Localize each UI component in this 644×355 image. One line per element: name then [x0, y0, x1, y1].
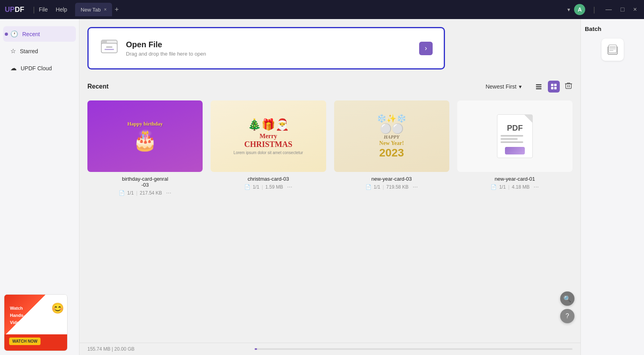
- file-name-birthday: birthday-card-genral-03: [87, 176, 203, 188]
- ad-smiley-icon: 😊: [51, 302, 64, 314]
- sort-dropdown[interactable]: Newest First ▾: [485, 83, 522, 90]
- tab-new[interactable]: New Tab ×: [75, 3, 112, 16]
- file-thumbnail-pdf: PDF: [457, 100, 572, 172]
- snowflakes-icon: ❄️✨❄️: [377, 114, 406, 123]
- file-size-newyear03: 719.58 KB: [386, 184, 408, 190]
- file-pages-christmas: 1/1: [253, 184, 259, 190]
- open-file-text: Open File Drag and drop the file here to…: [126, 40, 206, 57]
- svg-rect-4: [104, 49, 114, 50]
- ad-watch-button[interactable]: WATCH NOW: [9, 338, 41, 345]
- file-size-christmas: 1.59 MB: [265, 184, 283, 190]
- file-size-newyear01: 4.18 MB: [512, 184, 530, 190]
- ornaments-icon: 🎄🎁🎅: [234, 118, 303, 131]
- open-file-title: Open File: [126, 40, 206, 49]
- dropdown-icon[interactable]: ▾: [567, 6, 570, 13]
- file-thumbnail-birthday: Happy birthday 🎂: [87, 100, 203, 172]
- titlebar: UPDF | File Help New Tab × + ▾ A | — □ ×: [0, 0, 644, 19]
- recent-icon: 🕐: [10, 30, 18, 38]
- main-layout: 🕐 Recent ☆ Starred ☁ UPDF Cloud Watch Ha…: [0, 19, 644, 355]
- help-float-button[interactable]: ?: [560, 309, 574, 323]
- svg-rect-1: [101, 43, 117, 53]
- sidebar-item-updf-cloud[interactable]: ☁ UPDF Cloud: [3, 60, 76, 76]
- menu-help[interactable]: Help: [56, 6, 67, 13]
- file-card-newyear03[interactable]: ❄️✨❄️ ⚪⚪ HAPPY New Year! 2023 new-year-c…: [334, 100, 449, 197]
- titlebar-right: ▾ A | — □ ×: [567, 4, 639, 15]
- file-thumbnail-newyear03: ❄️✨❄️ ⚪⚪ HAPPY New Year! 2023: [334, 100, 449, 172]
- file-card-christmas[interactable]: 🎄🎁🎅 Merry CHRISTMAS Lorem ipsum dolor si…: [211, 100, 326, 197]
- svg-rect-11: [554, 87, 557, 89]
- sidebar-item-starred[interactable]: ☆ Starred: [3, 43, 76, 59]
- file-name-newyear01: new-year-card-01: [457, 176, 572, 182]
- search-float-button[interactable]: 🔍: [560, 291, 574, 306]
- file-page-icon-2: 📄: [244, 184, 250, 190]
- newyear-text: New Year!: [377, 140, 406, 147]
- list-view-button[interactable]: [533, 81, 545, 93]
- add-tab-button[interactable]: +: [114, 6, 119, 13]
- file-meta-newyear03: 📄 1/1 | 719.58 KB ···: [334, 183, 449, 191]
- file-page-icon-4: 📄: [491, 184, 497, 190]
- file-card-birthday[interactable]: Happy birthday 🎂 birthday-card-genral-03…: [87, 100, 203, 197]
- cloud-icon: ☁: [10, 64, 17, 72]
- avatar[interactable]: A: [574, 4, 585, 15]
- ad-text-line3: Video on YT: [8, 318, 37, 325]
- file-meta-birthday: 📄 1/1 | 217.54 KB ···: [87, 189, 203, 197]
- file-name-christmas: christmas-card-03: [211, 176, 326, 182]
- view-controls: [533, 81, 572, 93]
- file-thumbnail-christmas: 🎄🎁🎅 Merry CHRISTMAS Lorem ipsum dolor si…: [211, 100, 326, 172]
- svg-rect-2: [101, 40, 107, 43]
- active-indicator: [5, 33, 8, 36]
- app-logo: UPDF: [5, 6, 24, 14]
- close-button[interactable]: ×: [631, 5, 639, 14]
- xmas-sub-text: Lorem ipsum dolor sit amet consectetur: [234, 150, 303, 155]
- svg-rect-5: [536, 84, 542, 85]
- open-file-box[interactable]: Open File Drag and drop the file here to…: [87, 27, 445, 69]
- sidebar-item-label-cloud: UPDF Cloud: [21, 65, 52, 71]
- sort-dropdown-icon: ▾: [519, 83, 522, 90]
- recent-title: Recent: [87, 83, 108, 90]
- ad-text-line1: Watch: [8, 304, 37, 311]
- bday-text: Happy birthday: [128, 121, 163, 127]
- ad-image: Watch Hands-on Video on YT 😊: [4, 295, 67, 334]
- grid-view-button[interactable]: [548, 81, 560, 93]
- svg-rect-10: [551, 87, 553, 89]
- file-more-birthday[interactable]: ···: [166, 189, 171, 197]
- sidebar: 🕐 Recent ☆ Starred ☁ UPDF Cloud Watch Ha…: [0, 19, 79, 355]
- file-grid: Happy birthday 🎂 birthday-card-genral-03…: [87, 100, 572, 197]
- starred-icon: ☆: [10, 47, 16, 55]
- floating-buttons: 🔍 ?: [560, 291, 574, 323]
- delete-button[interactable]: [565, 82, 572, 92]
- ad-banner[interactable]: Watch Hands-on Video on YT 😊 WATCH NOW: [4, 294, 68, 351]
- tab-close-button[interactable]: ×: [104, 7, 106, 12]
- open-file-subtitle: Drag and drop the file here to open: [126, 51, 206, 57]
- svg-rect-12: [566, 84, 571, 89]
- file-more-newyear01[interactable]: ···: [534, 183, 539, 191]
- file-card-newyear01[interactable]: PDF new-year-card-01 📄 1/1 | 4.18 MB: [457, 100, 572, 197]
- file-name-newyear03: new-year-card-03: [334, 176, 449, 182]
- tabs-area: New Tab × +: [75, 3, 567, 16]
- xmas-christmas-text: CHRISTMAS: [234, 140, 303, 149]
- file-more-christmas[interactable]: ···: [287, 183, 292, 191]
- search-float-icon: 🔍: [563, 295, 571, 303]
- file-more-newyear03[interactable]: ···: [412, 183, 418, 191]
- sidebar-item-label-starred: Starred: [20, 48, 38, 54]
- open-file-icon: [100, 37, 119, 60]
- file-page-icon-3: 📄: [366, 184, 371, 190]
- year-text: 2023: [377, 147, 406, 159]
- minimize-button[interactable]: —: [603, 5, 614, 14]
- sidebar-item-label-recent: Recent: [22, 31, 40, 37]
- svg-rect-17: [609, 50, 613, 51]
- content-area: Open File Drag and drop the file here to…: [79, 19, 580, 355]
- batch-files-button[interactable]: [601, 39, 624, 61]
- titlebar-separator: |: [33, 6, 35, 14]
- open-file-arrow-button[interactable]: ›: [419, 42, 433, 55]
- pdf-page-icon: PDF: [497, 114, 533, 158]
- ad-text-line2: Hands-on: [8, 311, 37, 318]
- batch-title: Batch: [585, 25, 601, 32]
- file-page-icon: 📄: [119, 190, 125, 196]
- svg-rect-9: [554, 84, 557, 86]
- sort-label: Newest First: [485, 83, 516, 90]
- titlebar-sep2: |: [593, 6, 595, 14]
- menu-file[interactable]: File: [39, 6, 48, 13]
- maximize-button[interactable]: □: [618, 5, 627, 14]
- sidebar-item-recent[interactable]: 🕐 Recent: [3, 26, 76, 42]
